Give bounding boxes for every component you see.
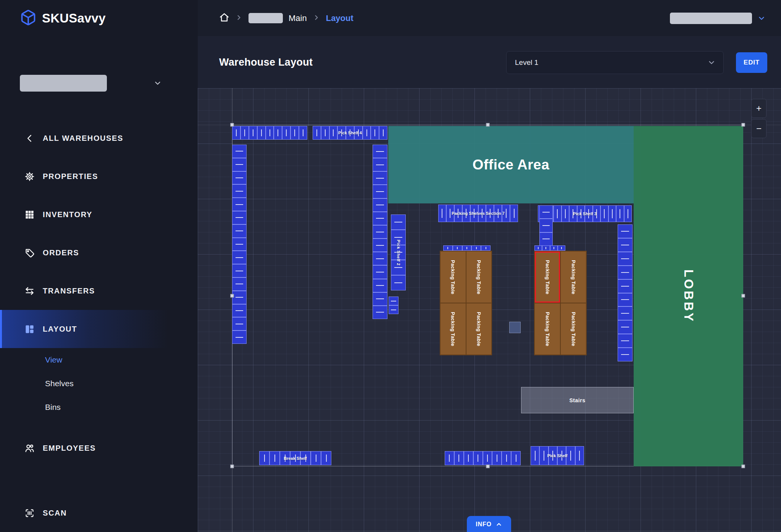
shelf-cell[interactable] — [249, 126, 257, 140]
shelf-cell[interactable] — [266, 126, 274, 140]
resize-handle[interactable] — [231, 294, 234, 297]
shelf-cell[interactable] — [502, 205, 510, 222]
shelf-cell[interactable] — [492, 451, 502, 465]
sidebar-item-transfers[interactable]: TRANSFERS — [0, 272, 198, 310]
shelf-cell[interactable] — [232, 238, 247, 251]
shelf-cell[interactable] — [453, 245, 462, 251]
shelf-cell[interactable] — [618, 306, 633, 320]
shelf-cell[interactable] — [481, 245, 491, 251]
shelf-cell[interactable] — [618, 293, 633, 307]
sidebar-item-orders[interactable]: ORDERS — [0, 234, 198, 272]
shelf-cell[interactable] — [593, 205, 601, 222]
sidebar-item-inventory[interactable]: INVENTORY — [0, 195, 198, 234]
sidebar-item-all-warehouses[interactable]: ALL WAREHOUSES — [0, 119, 198, 157]
shelf-cell[interactable] — [531, 446, 539, 465]
shelf-cell[interactable] — [311, 451, 321, 465]
shelf-cell[interactable] — [373, 265, 387, 279]
shelf-cell[interactable] — [566, 446, 575, 465]
shelf-cell[interactable] — [232, 145, 247, 158]
zoom-out-button[interactable]: − — [751, 119, 766, 138]
packing-table-cell[interactable]: Packing Table — [440, 303, 466, 355]
shelf-cell[interactable] — [549, 446, 557, 465]
shelf-cell[interactable] — [608, 205, 616, 222]
shelf-cell[interactable] — [363, 126, 371, 140]
shelf-cell[interactable] — [280, 451, 290, 465]
info-button[interactable]: INFO — [467, 516, 511, 532]
shelf-cell[interactable] — [232, 291, 247, 304]
shelf-cell[interactable] — [232, 158, 247, 171]
shelf-cell[interactable] — [300, 451, 311, 465]
resize-handle[interactable] — [231, 123, 234, 127]
sidebar-item-employees[interactable]: EMPLOYEES — [0, 429, 198, 467]
shelf-cell[interactable] — [558, 245, 565, 251]
shelf-cell[interactable] — [337, 126, 346, 140]
shelf-cell[interactable] — [478, 205, 486, 222]
sidebar-item-scan[interactable]: SCAN — [0, 494, 198, 532]
shelf-cell[interactable] — [373, 252, 387, 265]
packing-table-cell[interactable]: Packing Table — [466, 303, 492, 355]
shelf-cell[interactable] — [373, 171, 387, 185]
shelf-cell[interactable] — [269, 451, 280, 465]
shelf-cell[interactable] — [299, 126, 307, 140]
packing-table-cell[interactable]: Packing Table — [560, 303, 586, 355]
resize-handle[interactable] — [486, 123, 489, 127]
shelf-cell[interactable] — [454, 451, 464, 465]
shelf-cell[interactable] — [290, 126, 299, 140]
shelf-cell[interactable] — [470, 205, 478, 222]
shelf-cell[interactable] — [486, 205, 494, 222]
shelf-cell[interactable] — [585, 205, 593, 222]
shelf-cell[interactable] — [462, 245, 472, 251]
sidebar-subitem-bins[interactable]: Bins — [0, 395, 198, 419]
zoom-in-button[interactable]: + — [751, 99, 766, 118]
shelf-cell[interactable] — [232, 184, 247, 198]
resize-handle[interactable] — [486, 465, 489, 468]
shelf-cell[interactable] — [373, 225, 387, 239]
sidebar-subitem-view[interactable]: View — [0, 348, 198, 372]
shelf-cell[interactable] — [346, 126, 354, 140]
shelf-cell[interactable] — [391, 214, 406, 230]
resize-handle[interactable] — [742, 123, 745, 127]
shelf-cell[interactable] — [232, 251, 247, 264]
packing-table-cell-selected[interactable]: Packing Table — [534, 251, 560, 303]
shelf-cell[interactable] — [232, 198, 247, 211]
shelf-cell[interactable] — [557, 446, 566, 465]
shelf-cell[interactable] — [232, 264, 247, 277]
shelf-cell[interactable] — [371, 126, 379, 140]
shelf-cell[interactable] — [539, 446, 548, 465]
resize-handle[interactable] — [742, 294, 745, 297]
shelf-cell[interactable] — [389, 297, 399, 305]
zone-office[interactable]: Office Area — [388, 126, 634, 203]
brand-logo[interactable]: SKUSavvy — [0, 0, 198, 36]
shelf-cell[interactable] — [321, 126, 329, 140]
sidebar-item-properties[interactable]: PROPERTIES — [0, 157, 198, 195]
shelf-cell[interactable] — [553, 205, 562, 222]
shelf-cell[interactable] — [274, 126, 282, 140]
zone-stairs[interactable]: Stairs — [521, 387, 634, 413]
shelf-cell[interactable] — [446, 205, 454, 222]
shelf-cell[interactable] — [510, 205, 518, 222]
shelf-cell[interactable] — [373, 212, 387, 225]
shelf-cell[interactable] — [391, 260, 406, 275]
shelf-cell[interactable] — [539, 232, 553, 246]
shelf-cell[interactable] — [232, 224, 247, 238]
shelf-cell[interactable] — [509, 322, 521, 333]
shelf-cell[interactable] — [391, 275, 406, 290]
shelf-cell[interactable] — [473, 451, 483, 465]
shelf-cell[interactable] — [232, 211, 247, 224]
shelf-cell[interactable] — [618, 348, 633, 361]
warehouse-selector[interactable] — [20, 74, 162, 92]
shelf-cell[interactable] — [618, 266, 633, 279]
shelf-cell[interactable] — [616, 205, 624, 222]
shelf-cell[interactable] — [232, 330, 247, 344]
shelf-cell[interactable] — [232, 304, 247, 318]
edit-button[interactable]: EDIT — [736, 52, 767, 73]
shelf-cell[interactable] — [232, 317, 247, 330]
zone-lobby[interactable]: LOBBY — [634, 126, 743, 466]
shelf-cell[interactable] — [502, 451, 511, 465]
shelf-cell[interactable] — [462, 205, 470, 222]
shelf-cell[interactable] — [232, 126, 240, 140]
shelf-cell[interactable] — [282, 126, 290, 140]
shelf-cell[interactable] — [575, 446, 584, 465]
shelf-cell[interactable] — [618, 320, 633, 334]
shelf-cell[interactable] — [445, 451, 454, 465]
